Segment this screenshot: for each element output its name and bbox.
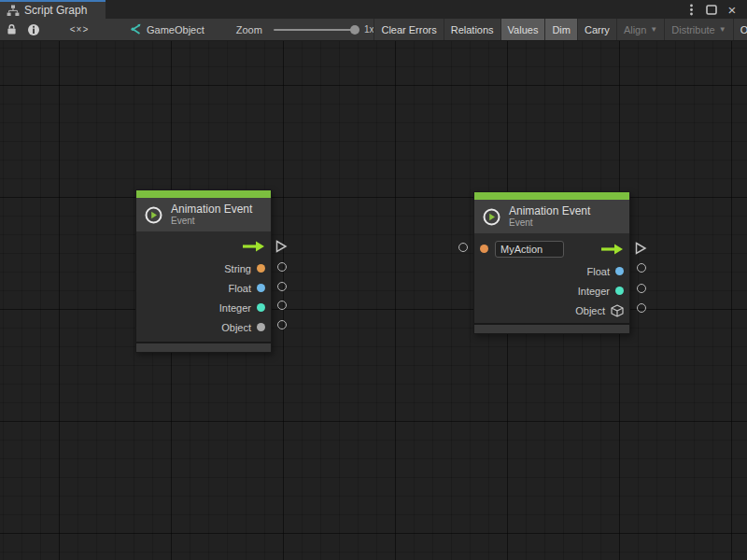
float-type-dot xyxy=(615,267,624,275)
object-type-dot xyxy=(257,323,265,331)
cube-icon xyxy=(611,304,624,317)
event-name-row xyxy=(474,236,629,261)
flow-arrow-icon xyxy=(241,241,265,252)
event-name-input-port[interactable] xyxy=(458,243,468,252)
float-type-dot xyxy=(257,284,265,292)
node-subtitle: Event xyxy=(171,216,252,227)
carry-button[interactable]: Carry xyxy=(578,19,616,40)
node-title: Animation Event xyxy=(171,203,252,216)
values-button[interactable]: Values xyxy=(501,19,545,40)
dim-button[interactable]: Dim xyxy=(545,19,577,40)
integer-output-port[interactable] xyxy=(277,301,287,310)
graph-canvas[interactable]: Animation Event Event String Float xyxy=(0,41,747,560)
zoom-slider[interactable] xyxy=(274,29,358,31)
script-graph-icon xyxy=(7,5,20,17)
titlebar: Script Graph × xyxy=(0,0,747,19)
port-row-float: Float xyxy=(136,278,271,298)
integer-output-port[interactable] xyxy=(637,284,646,293)
node-header[interactable]: Animation Event Event xyxy=(136,198,271,231)
flow-output-port[interactable] xyxy=(635,242,647,255)
maximize-icon[interactable] xyxy=(704,2,719,17)
float-output-port[interactable] xyxy=(637,263,646,273)
flow-output-row xyxy=(136,236,271,256)
node-footer xyxy=(474,325,629,333)
integer-type-dot xyxy=(615,287,624,295)
node-title: Animation Event xyxy=(509,204,590,217)
zoom-value: 1x xyxy=(364,24,374,35)
chevron-down-icon: ▼ xyxy=(719,25,726,34)
node-subtitle: Event xyxy=(509,217,590,229)
port-label: Float xyxy=(587,266,610,277)
port-label: String xyxy=(224,263,251,274)
port-label: Object xyxy=(575,305,605,316)
node-header[interactable]: Animation Event Event xyxy=(474,200,629,233)
port-row-integer: Integer xyxy=(136,298,271,317)
overview-button[interactable]: Overview xyxy=(734,19,747,40)
code-angle-icon: <×> xyxy=(70,24,90,35)
port-row-float: Float xyxy=(474,261,629,281)
string-output-port[interactable] xyxy=(277,262,287,272)
port-row-integer: Integer xyxy=(474,281,629,301)
zoom-slider-handle[interactable] xyxy=(350,25,359,35)
graph-target[interactable]: GameObject xyxy=(129,19,204,40)
window-controls: × xyxy=(684,0,747,19)
graph-toolbar: <×> GameObject Zoom 1x Clear Errors Rela… xyxy=(0,19,747,41)
zoom-control: Zoom 1x xyxy=(236,19,374,40)
port-row-string: String xyxy=(136,259,271,278)
flow-arrow-icon xyxy=(599,244,624,255)
gameobject-label: GameObject xyxy=(147,24,204,35)
zoom-label: Zoom xyxy=(236,24,262,35)
tab-label: Script Graph xyxy=(24,4,87,17)
info-icon xyxy=(27,23,40,36)
port-label: Integer xyxy=(219,302,251,314)
event-name-input[interactable] xyxy=(495,241,564,258)
float-output-port[interactable] xyxy=(277,282,287,291)
chevron-down-icon: ▼ xyxy=(650,25,657,34)
relations-button[interactable]: Relations xyxy=(444,19,500,40)
play-circle-icon xyxy=(483,208,500,226)
more-icon[interactable] xyxy=(684,2,698,17)
port-row-object: Object xyxy=(136,317,271,337)
toolbar-right-buttons: Clear Errors Relations Values Dim Carry … xyxy=(374,19,747,40)
node-body: Float Integer Object xyxy=(474,233,629,323)
node-footer xyxy=(136,343,271,352)
object-output-port[interactable] xyxy=(277,320,287,329)
lock-icon xyxy=(6,23,18,35)
port-label: Integer xyxy=(578,286,610,297)
node-accent-bar xyxy=(474,192,629,200)
code-preview-button[interactable]: <×> xyxy=(45,19,114,40)
port-label: Object xyxy=(221,322,251,333)
object-output-port[interactable] xyxy=(637,303,646,313)
align-button[interactable]: Align ▼ xyxy=(617,19,664,40)
string-input-dot xyxy=(480,245,488,253)
lock-button[interactable] xyxy=(0,19,22,40)
graph-asset-icon xyxy=(129,23,142,35)
distribute-button[interactable]: Distribute ▼ xyxy=(665,19,732,40)
clear-errors-button[interactable]: Clear Errors xyxy=(374,19,443,40)
port-row-object: Object xyxy=(474,301,629,320)
string-type-dot xyxy=(257,264,265,273)
node-body: String Float Integer Object xyxy=(136,231,271,342)
inspector-button[interactable] xyxy=(22,19,45,40)
tab-script-graph[interactable]: Script Graph xyxy=(0,0,106,19)
close-icon[interactable]: × xyxy=(725,2,740,17)
node-animation-event-2[interactable]: Animation Event Event Float xyxy=(473,191,630,334)
port-label: Float xyxy=(229,283,251,294)
align-label: Align xyxy=(624,24,646,35)
distribute-label: Distribute xyxy=(671,24,714,35)
play-circle-icon xyxy=(145,206,162,224)
integer-type-dot xyxy=(257,303,265,312)
node-accent-bar xyxy=(136,190,271,198)
node-animation-event-1[interactable]: Animation Event Event String Float xyxy=(135,189,272,353)
flow-output-port[interactable] xyxy=(275,240,288,253)
